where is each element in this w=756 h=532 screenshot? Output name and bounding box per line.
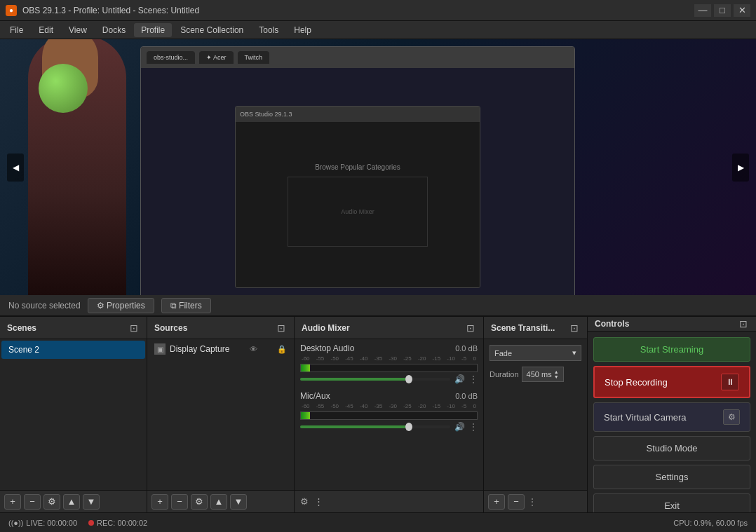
obs-nested-window: OBS Studio 29.1.3 Browse Popular Categor… (235, 106, 480, 288)
scene-item-scene2[interactable]: Scene 2 (1, 341, 145, 359)
transitions-panel-title: Scene Transiti... (491, 323, 555, 333)
scenes-down-btn[interactable]: ▼ (83, 494, 100, 510)
controls-panel-title: Controls (595, 319, 629, 329)
browser-window-overlay: obs-studio... ✦ Acer Twitch OBS Studio 2… (140, 46, 575, 295)
sources-remove-btn[interactable]: − (171, 494, 188, 510)
sources-up-btn[interactable]: ▲ (210, 494, 227, 510)
sources-expand-btn[interactable]: ⊡ (276, 321, 287, 335)
menu-file[interactable]: File (3, 23, 30, 37)
network-status: ((●)) LIVE: 00:00:00 (8, 519, 77, 527)
controls-expand-btn[interactable]: ⊡ (738, 317, 749, 331)
obs-nested-bar: OBS Studio 29.1.3 (236, 107, 480, 122)
virtual-camera-settings-btn[interactable]: ⚙ (723, 409, 740, 425)
start-streaming-button[interactable]: Start Streaming (593, 337, 750, 362)
audio-track-desktop-header: Desktop Audio 0.0 dB (300, 343, 478, 353)
browser-tab-3: Twitch (238, 51, 270, 64)
mic-volume-slider[interactable] (300, 425, 450, 428)
scenes-expand-btn[interactable]: ⊡ (128, 321, 140, 335)
transitions-remove-btn[interactable]: − (508, 494, 525, 510)
scenes-remove-btn[interactable]: − (24, 494, 41, 510)
desktop-audio-label: Desktop Audio (300, 343, 354, 353)
transitions-add-btn[interactable]: + (488, 494, 505, 510)
source-lock-icon[interactable]: 🔒 (277, 345, 287, 354)
duration-value: 450 ms (527, 370, 552, 378)
menu-edit[interactable]: Edit (32, 23, 60, 37)
mic-audio-menu-btn[interactable]: ⋮ (469, 422, 478, 432)
desktop-audio-menu-btn[interactable]: ⋮ (469, 374, 478, 384)
desktop-audio-db: 0.0 dB (455, 344, 478, 353)
minimize-button[interactable]: — (694, 4, 711, 17)
studio-mode-button[interactable]: Studio Mode (593, 436, 750, 461)
rec-timer: REC: 00:00:02 (97, 519, 147, 527)
menu-docks[interactable]: Docks (95, 23, 133, 37)
transition-type-select[interactable]: Fade ▾ (490, 345, 581, 361)
source-item-display-capture[interactable]: ▣ Display Capture 👁 🔒 (147, 339, 294, 359)
desktop-audio-meter (300, 364, 478, 372)
duration-stepper-up[interactable]: ▲ ▼ (554, 369, 559, 379)
menu-tools[interactable]: Tools (252, 23, 285, 37)
desktop-audio-vol-icon[interactable]: 🔊 (454, 374, 465, 384)
settings-button[interactable]: Settings (593, 465, 750, 489)
sources-config-btn[interactable]: ⚙ (191, 494, 208, 510)
desktop-volume-slider[interactable] (300, 378, 450, 381)
transitions-expand-btn[interactable]: ⊡ (569, 321, 580, 335)
transitions-menu-btn[interactable]: ⋮ (527, 496, 537, 507)
audio-expand-btn[interactable]: ⊡ (465, 321, 476, 335)
maximize-button[interactable]: □ (714, 4, 731, 17)
mic-audio-vol-icon[interactable]: 🔊 (454, 422, 465, 432)
sources-panel: Sources ⊡ ▣ Display Capture 👁 🔒 + − ⚙ ▲ … (147, 317, 295, 512)
sources-add-btn[interactable]: + (151, 494, 168, 510)
menu-profile[interactable]: Profile (134, 23, 172, 37)
no-source-label: No source selected (8, 301, 81, 311)
live-timer: LIVE: 00:00:00 (26, 519, 77, 527)
preview-nav-right[interactable]: ▶ (732, 154, 749, 182)
pause-icon: ⏸ (726, 377, 734, 387)
preview-nav-left[interactable]: ◀ (7, 154, 24, 182)
sources-down-btn[interactable]: ▼ (230, 494, 247, 510)
obs-nested-content: Browse Popular Categories Audio Mixer (236, 122, 480, 287)
pause-recording-button[interactable]: ⏸ (721, 374, 739, 390)
controls-panel-header: Controls ⊡ (588, 317, 756, 332)
preview-canvas: acer obs-studio... ✦ Acer Twitch OBS Stu… (0, 39, 756, 295)
browser-tab-bar: obs-studio... ✦ Acer Twitch (141, 47, 574, 68)
duration-input[interactable]: 450 ms ▲ ▼ (522, 367, 564, 382)
start-virtual-camera-button[interactable]: Start Virtual Camera ⚙ (593, 402, 750, 432)
menu-scene-collection[interactable]: Scene Collection (173, 23, 250, 37)
camera-settings-icon: ⚙ (728, 412, 736, 422)
controls-panel: Controls ⊡ Start Streaming Stop Recordin… (588, 317, 756, 512)
audio-track-mic: Mic/Aux 0.0 dB -60 -55 -50 -45 -40 -35 -… (300, 391, 478, 432)
properties-button[interactable]: ⚙ Properties (88, 298, 154, 313)
audio-panel-footer: ⚙ ⋮ (295, 490, 483, 512)
menu-view[interactable]: View (62, 23, 94, 37)
audio-footer-menu-btn[interactable]: ⋮ (314, 496, 323, 507)
source-visibility-icon[interactable]: 👁 (250, 345, 257, 353)
menu-help[interactable]: Help (287, 23, 318, 37)
cpu-text: CPU: 0.9%, 60.00 fps (673, 519, 748, 527)
stop-recording-button[interactable]: Stop Recording ⏸ (593, 366, 750, 398)
window-title: OBS 29.1.3 - Profile: Untitled - Scenes:… (22, 6, 199, 15)
desktop-audio-controls: 🔊 ⋮ (300, 374, 478, 384)
virtual-camera-label: Start Virtual Camera (604, 412, 687, 423)
scenes-config-btn[interactable]: ⚙ (43, 494, 60, 510)
scenes-panel-actions: ⊡ (128, 321, 140, 335)
browser-tab-2: ✦ Acer (199, 51, 234, 64)
duration-row: Duration 450 ms ▲ ▼ (490, 367, 581, 382)
display-capture-icon: ▣ (154, 343, 166, 355)
browser-tab: obs-studio... (147, 51, 195, 64)
sources-panel-actions: ⊡ (276, 321, 287, 335)
controls-panel-actions: ⊡ (738, 317, 749, 331)
mic-audio-db: 0.0 dB (455, 392, 478, 400)
audio-settings-btn[interactable]: ⚙ (300, 496, 309, 507)
scenes-panel-footer: + − ⚙ ▲ ▼ (0, 490, 147, 512)
audio-track-mic-header: Mic/Aux 0.0 dB (300, 391, 478, 401)
close-button[interactable]: ✕ (734, 4, 750, 17)
fade-label: Fade (494, 349, 512, 357)
audio-track-desktop: Desktop Audio 0.0 dB -60 -55 -50 -45 -40… (300, 343, 478, 384)
menubar: File Edit View Docks Profile Scene Colle… (0, 21, 756, 39)
sources-panel-header: Sources ⊡ (147, 317, 294, 339)
filters-button[interactable]: ⧉ Filters (161, 298, 211, 313)
no-source-bar: No source selected ⚙ Properties ⧉ Filter… (0, 295, 756, 316)
mic-meter-ticks: -60 -55 -50 -45 -40 -35 -30 -25 -20 -15 … (300, 403, 478, 409)
scenes-up-btn[interactable]: ▲ (63, 494, 80, 510)
scenes-add-btn[interactable]: + (4, 494, 21, 510)
